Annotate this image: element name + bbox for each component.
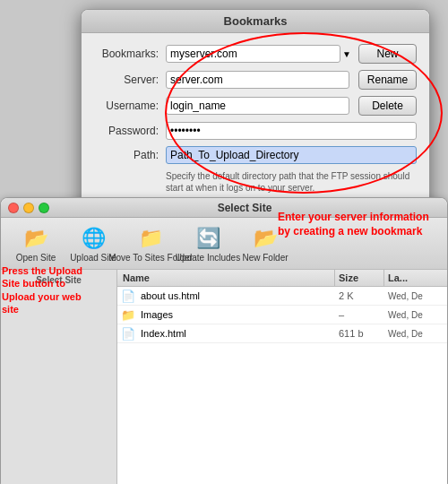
delete-button[interactable]: Delete: [358, 96, 417, 116]
table-row[interactable]: 📄 Index.html 611 b Wed, De: [117, 324, 447, 343]
col-date-header: La...: [384, 270, 447, 286]
bookmarks-input[interactable]: [166, 45, 340, 63]
upload-site-icon: 🌐: [79, 224, 108, 253]
file-name: Images: [139, 307, 335, 322]
server-label: Server:: [94, 73, 166, 86]
traffic-lights: [8, 203, 49, 213]
col-name-header: Name: [117, 270, 335, 286]
app-window: Select Site 📂 Open Site 🌐 Upload Site 📁 …: [0, 197, 448, 484]
file-name: Index.html: [139, 326, 335, 341]
action-buttons: New: [358, 44, 417, 64]
close-button[interactable]: [8, 203, 19, 213]
minimize-button[interactable]: [23, 203, 34, 213]
username-row: Username: Delete: [94, 96, 417, 116]
file-size: 611 b: [335, 326, 384, 341]
move-sites-icon: 📁: [136, 224, 165, 253]
update-includes-icon: 🔄: [194, 224, 222, 253]
open-site-icon: 📂: [22, 224, 50, 253]
new-folder-label: New Folder: [242, 253, 288, 263]
file-size: –: [335, 307, 384, 322]
table-row[interactable]: 📁 Images – Wed, De: [117, 306, 447, 324]
main-panel: Name Size La... 📄 about us.html 2 K Wed,…: [117, 270, 447, 484]
upload-annotation: Press the Upload Site button to Upload y…: [2, 264, 91, 315]
folder-icon: 📁: [121, 307, 135, 322]
table-row[interactable]: 📄 about us.html 2 K Wed, De: [117, 287, 447, 306]
username-input[interactable]: [166, 97, 349, 115]
new-folder-icon: 📂: [251, 224, 280, 253]
path-hint: Specify the default directory path that …: [166, 170, 417, 194]
file-icon: 📄: [121, 326, 135, 341]
file-date: Wed, De: [384, 290, 447, 303]
file-icon: 📄: [121, 289, 135, 303]
file-table-header: Name Size La...: [117, 270, 447, 287]
update-includes-button[interactable]: 🔄 Update Includes: [180, 221, 236, 265]
password-label: Password:: [94, 125, 166, 137]
open-site-label: Open Site: [16, 253, 56, 263]
password-input[interactable]: [166, 122, 417, 140]
open-site-button[interactable]: 📂 Open Site: [8, 221, 64, 265]
bookmarks-dropdown-icon[interactable]: ▼: [342, 49, 351, 59]
update-includes-label: Update Includes: [176, 253, 240, 263]
username-label: Username:: [94, 99, 166, 112]
bookmarks-row: Bookmarks: ▼ New: [94, 44, 417, 64]
dialog-title: Bookmarks: [82, 10, 429, 33]
path-label: Path:: [94, 149, 166, 161]
server-row: Server: Rename: [94, 70, 417, 90]
server-input[interactable]: [166, 71, 349, 89]
path-row: Path:: [94, 146, 417, 164]
col-size-header: Size: [335, 270, 384, 286]
file-name: about us.html: [139, 289, 335, 303]
file-date: Wed, De: [384, 308, 447, 322]
new-button[interactable]: New: [358, 44, 417, 64]
rename-button[interactable]: Rename: [358, 70, 417, 90]
bookmarks-label: Bookmarks:: [94, 48, 166, 60]
enter-server-annotation: Enter your server information by creatin…: [278, 211, 430, 238]
maximize-button[interactable]: [39, 203, 49, 213]
path-input[interactable]: [166, 146, 417, 164]
file-size: 2 K: [335, 289, 384, 303]
password-row: Password:: [94, 122, 417, 140]
move-sites-button[interactable]: 📁 Move To Sites Folder: [123, 221, 178, 265]
file-date: Wed, De: [384, 327, 447, 341]
rename-group: Rename: [358, 70, 417, 90]
